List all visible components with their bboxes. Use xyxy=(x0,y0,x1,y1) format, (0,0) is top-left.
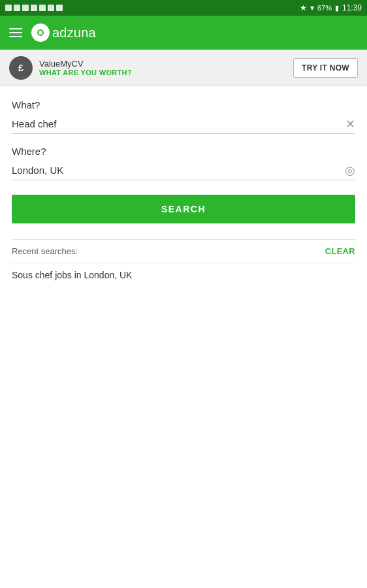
hamburger-line-2 xyxy=(9,32,22,33)
what-label: What? xyxy=(12,99,355,110)
time-display: 11:39 xyxy=(342,3,362,12)
what-input-wrapper: ✕ xyxy=(12,114,355,134)
bluetooth-icon: ★ xyxy=(300,3,307,12)
logo-text: adzuna xyxy=(52,25,96,41)
avatar: £ xyxy=(9,56,33,80)
app-logo: adzuna xyxy=(31,24,96,42)
notification-icon-7 xyxy=(56,5,63,11)
what-field-group: What? ✕ xyxy=(12,99,355,134)
search-button[interactable]: SEARCH xyxy=(12,195,355,223)
app-bar: adzuna xyxy=(0,16,367,50)
list-item[interactable]: Sous chef jobs in London, UK xyxy=(12,263,355,287)
notification-icon-6 xyxy=(48,5,54,11)
status-info-right: ★ ▾ 67% ▮ 11:39 xyxy=(300,3,362,12)
clear-icon[interactable]: ✕ xyxy=(345,118,355,130)
try-it-now-button[interactable]: TRY IT NOW xyxy=(293,58,358,78)
where-field-group: Where? ◎ xyxy=(12,146,355,180)
banner-left: £ ValueMyCV WHAT ARE YOU WORTH? xyxy=(9,56,132,80)
notification-icon-2 xyxy=(14,5,20,11)
banner-title: ValueMyCV xyxy=(39,59,132,69)
menu-button[interactable] xyxy=(9,28,22,37)
recent-header: Recent searches: CLEAR xyxy=(12,240,355,263)
search-btn-wrapper: SEARCH xyxy=(12,195,355,223)
status-icons-left xyxy=(5,5,63,11)
wifi-icon: ▾ xyxy=(310,3,314,12)
logo-circle xyxy=(31,24,50,42)
notification-icon-3 xyxy=(22,5,29,11)
banner-subtitle: WHAT ARE YOU WORTH? xyxy=(39,69,132,76)
hamburger-line-1 xyxy=(9,28,22,29)
banner-text-group: ValueMyCV WHAT ARE YOU WORTH? xyxy=(39,59,132,76)
what-input[interactable] xyxy=(12,114,355,133)
location-icon[interactable]: ◎ xyxy=(345,163,355,178)
notification-icon-5 xyxy=(39,5,46,11)
clear-button[interactable]: CLEAR xyxy=(325,246,355,256)
notification-icon-4 xyxy=(31,5,37,11)
notification-icon xyxy=(5,5,12,11)
value-banner: £ ValueMyCV WHAT ARE YOU WORTH? TRY IT N… xyxy=(0,50,367,86)
avatar-label: £ xyxy=(18,63,24,73)
where-label: Where? xyxy=(12,146,355,157)
battery-level: 67% xyxy=(317,4,332,12)
logo-circle-inner xyxy=(37,29,44,36)
main-content: What? ✕ Where? ◎ SEARCH Recent searches:… xyxy=(0,86,367,287)
where-input-wrapper: ◎ xyxy=(12,161,355,180)
where-input[interactable] xyxy=(12,161,355,180)
battery-icon: ▮ xyxy=(335,4,339,12)
recent-searches-section: Recent searches: CLEAR Sous chef jobs in… xyxy=(12,239,355,287)
status-bar: ★ ▾ 67% ▮ 11:39 xyxy=(0,0,367,16)
hamburger-line-3 xyxy=(9,36,22,37)
recent-item-text: Sous chef jobs in London, UK xyxy=(12,270,132,280)
recent-label: Recent searches: xyxy=(12,246,78,256)
